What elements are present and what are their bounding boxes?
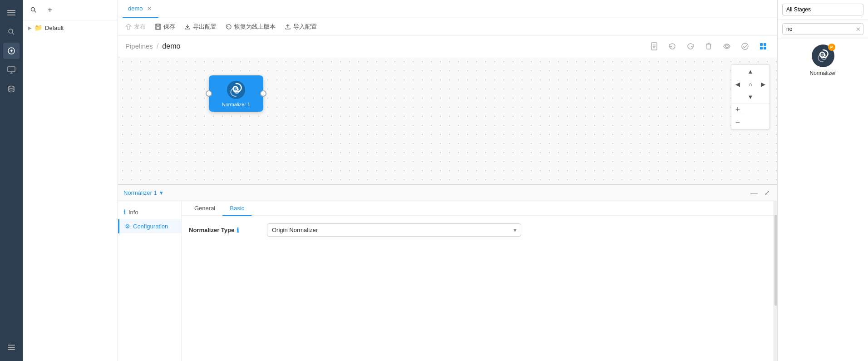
tab-demo[interactable]: demo ✕ <box>123 0 158 18</box>
breadcrumb-root: Pipelines <box>125 42 153 50</box>
map-left-btn[interactable]: ◀ <box>731 78 744 90</box>
detail-header-actions: — ⤢ <box>749 188 772 198</box>
pipeline-header: Pipelines / demo <box>118 35 777 57</box>
component-card-normalizer[interactable]: P Normalizer <box>778 39 868 82</box>
map-nav-controls: ◀ ▲ ⌂ ▼ ▶ <box>731 65 769 104</box>
nav-item-label: Default <box>45 25 64 31</box>
redo-action-icon[interactable] <box>684 40 697 53</box>
component-search-wrapper: ✕ <box>778 20 868 39</box>
map-up-btn[interactable]: ▲ <box>744 65 757 78</box>
component-search-input[interactable] <box>782 23 863 35</box>
nav-add-button[interactable]: + <box>44 4 56 16</box>
svg-rect-11 <box>8 347 15 348</box>
menu-icon[interactable] <box>3 5 20 21</box>
detail-right: General Basic Normalizer Type ℹ <box>182 201 774 361</box>
svg-rect-28 <box>764 43 766 46</box>
normalizer-type-label-text: Normalizer Type <box>189 227 234 233</box>
save-button[interactable]: 保存 <box>155 21 175 33</box>
normalizer-type-select[interactable]: Origin Normalizer Field Normalizer Root … <box>267 223 521 237</box>
pipeline-nav-icon[interactable] <box>3 43 20 59</box>
tab-bar: demo ✕ <box>118 0 777 18</box>
detail-scrollbar[interactable] <box>774 201 777 361</box>
detail-expand-btn[interactable]: ⤢ <box>762 188 772 198</box>
detail-title[interactable]: Normalizer 1 ▾ <box>123 189 163 196</box>
nav-item-default[interactable]: ▶ 📁 Default <box>23 20 118 35</box>
nav-search-button[interactable] <box>27 4 40 16</box>
folder-icon: 📁 <box>35 24 42 31</box>
stage-select[interactable]: All Stages Origins Processors Destinatio… <box>782 4 863 15</box>
svg-rect-6 <box>8 67 15 72</box>
svg-point-13 <box>31 8 35 11</box>
stage-select-bar: All Stages Origins Processors Destinatio… <box>778 0 868 20</box>
monitor-nav-icon[interactable] <box>3 62 20 78</box>
normalizer-node[interactable]: Normalizer 1 <box>209 75 263 112</box>
publish-button[interactable]: 发布 <box>125 21 146 33</box>
grid-view-action-icon[interactable] <box>756 40 770 53</box>
export-label: 导出配置 <box>193 23 217 31</box>
pipeline-actions <box>647 40 770 53</box>
map-right-btn[interactable]: ▶ <box>757 78 769 90</box>
detail-minimize-btn[interactable]: — <box>749 188 760 198</box>
detail-tab-info[interactable]: ℹ Info <box>118 205 181 219</box>
svg-rect-10 <box>8 345 15 346</box>
validate-action-icon[interactable] <box>738 40 752 53</box>
canvas[interactable]: Normalizer 1 ◀ ▲ ⌂ ▼ ▶ + − <box>118 57 777 184</box>
svg-rect-27 <box>760 43 763 46</box>
restore-button[interactable]: 恢复为线上版本 <box>226 21 276 33</box>
component-logo-wrapper: P <box>812 45 834 67</box>
data-nav-icon[interactable] <box>3 81 20 97</box>
svg-rect-17 <box>156 27 160 29</box>
detail-panel: Normalizer 1 ▾ — ⤢ ℹ Info ⚙ <box>118 184 777 361</box>
normalizer-type-info-icon[interactable]: ℹ <box>237 227 239 234</box>
preview-action-icon[interactable] <box>720 40 734 53</box>
document-action-icon[interactable] <box>647 40 661 53</box>
detail-tab-configuration[interactable]: ⚙ Configuration <box>118 219 181 233</box>
svg-rect-30 <box>764 47 766 49</box>
detail-tabs-left: ℹ Info ⚙ Configuration <box>118 201 182 361</box>
zoom-in-btn[interactable]: + <box>731 104 744 116</box>
component-name: Normalizer <box>809 70 836 76</box>
search-clear-icon[interactable]: ✕ <box>856 26 861 33</box>
info-tab-icon: ℹ <box>123 208 126 216</box>
tab-label: demo <box>128 5 143 12</box>
nav-panel: + ▶ 📁 Default <box>23 0 118 361</box>
svg-rect-22 <box>707 44 710 49</box>
detail-header: Normalizer 1 ▾ — ⤢ <box>118 185 777 201</box>
detail-title-text: Normalizer 1 <box>123 189 157 196</box>
normalizer-type-row: Normalizer Type ℹ Origin Normalizer Fiel… <box>189 223 766 237</box>
delete-action-icon[interactable] <box>702 40 715 53</box>
component-badge: P <box>828 44 835 51</box>
search-nav-icon[interactable] <box>3 24 20 40</box>
sidebar <box>0 0 23 361</box>
svg-rect-2 <box>7 15 15 15</box>
nav-arrow-icon: ▶ <box>28 25 32 30</box>
main-area: demo ✕ 发布 保存 导出配置 恢复为线上版本 导入配置 Pipelines <box>118 0 777 361</box>
settings-nav-icon[interactable] <box>3 339 20 356</box>
breadcrumb-current: demo <box>162 42 180 50</box>
import-button[interactable]: 导入配置 <box>285 21 317 33</box>
svg-line-4 <box>12 33 14 35</box>
svg-rect-12 <box>8 349 15 350</box>
svg-point-9 <box>9 86 14 89</box>
zoom-out-btn[interactable]: − <box>731 116 744 129</box>
canvas-section: Normalizer 1 ◀ ▲ ⌂ ▼ ▶ + − <box>118 57 777 361</box>
node-connector-left[interactable] <box>206 90 212 97</box>
normalizer-type-label: Normalizer Type ℹ <box>189 227 261 234</box>
tab-general[interactable]: General <box>187 201 222 216</box>
node-logo <box>226 80 246 100</box>
svg-rect-1 <box>7 12 15 13</box>
svg-rect-0 <box>7 10 15 11</box>
tab-close-icon[interactable]: ✕ <box>146 5 153 12</box>
map-controls: ◀ ▲ ⌂ ▼ ▶ + − <box>731 64 770 129</box>
tab-basic[interactable]: Basic <box>222 201 252 216</box>
node-connector-right[interactable] <box>260 90 266 97</box>
map-home-btn[interactable]: ⌂ <box>744 78 757 90</box>
undo-action-icon[interactable] <box>666 40 679 53</box>
svg-rect-29 <box>760 47 763 49</box>
right-panel: All Stages Origins Processors Destinatio… <box>777 0 868 361</box>
publish-label: 发布 <box>134 23 146 31</box>
detail-content: ℹ Info ⚙ Configuration General Basic <box>118 201 777 361</box>
svg-point-25 <box>725 45 728 48</box>
map-down-btn[interactable]: ▼ <box>744 90 757 103</box>
export-button[interactable]: 导出配置 <box>184 21 217 33</box>
